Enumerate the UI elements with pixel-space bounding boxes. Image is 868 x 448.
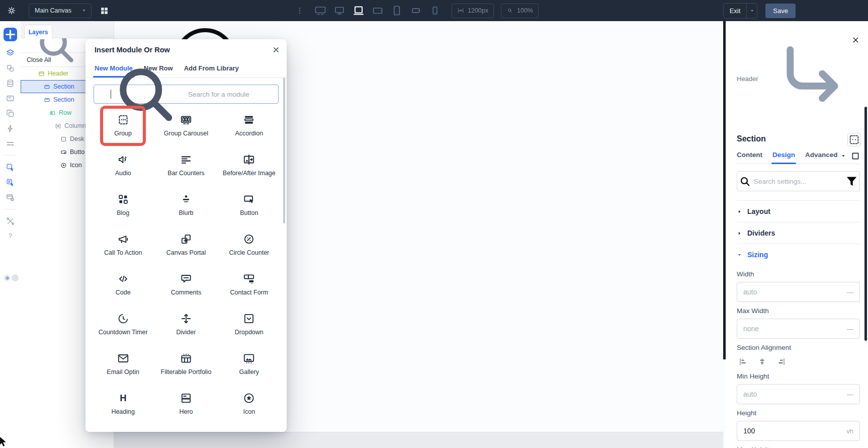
module-search-input[interactable] <box>94 85 279 104</box>
align-center-icon <box>757 357 767 366</box>
field-width: — <box>737 282 860 302</box>
module-blurb[interactable]: Blurb <box>154 187 217 227</box>
canvas-width-value: 1200px <box>468 7 488 14</box>
module-button[interactable]: Button <box>218 187 281 227</box>
module-dropdown[interactable]: Dropdown <box>218 307 281 346</box>
settings-tab-design[interactable]: Design <box>772 151 795 164</box>
device-phone[interactable] <box>427 5 443 17</box>
settings-tab-advanced[interactable]: Advanced <box>805 151 838 164</box>
device-desktop_xl[interactable] <box>313 5 328 17</box>
module-gallery[interactable]: Gallery <box>218 346 281 386</box>
add-new-button[interactable] <box>4 28 17 41</box>
settings-tab-content[interactable]: Content <box>737 151 762 164</box>
device-phone_l[interactable] <box>408 5 423 17</box>
kebab-menu-icon[interactable] <box>296 7 304 15</box>
module-accordion[interactable]: Accordion <box>218 108 281 147</box>
close_x-icon <box>272 46 280 54</box>
m_blog-icon <box>117 193 130 206</box>
layer-item-label: Header <box>48 70 68 77</box>
m_bar_counters-icon <box>180 153 193 166</box>
layer-item-label: Column <box>64 122 86 129</box>
module-comments[interactable]: Comments <box>154 267 217 307</box>
breadcrumb[interactable]: Header <box>737 29 860 128</box>
module-group[interactable]: Group <box>92 108 154 147</box>
module-hero[interactable]: Hero <box>154 386 217 426</box>
section-toggle-sizing[interactable]: Sizing <box>737 244 860 265</box>
search-icon <box>737 174 753 189</box>
rail-copy-button[interactable] <box>0 106 21 121</box>
module-label: Hero <box>179 408 193 415</box>
preview-square-icon[interactable] <box>851 152 860 161</box>
close-icon[interactable] <box>851 36 860 44</box>
field-height-input[interactable] <box>737 427 859 435</box>
chevron-down-icon[interactable] <box>840 153 846 159</box>
close-icon[interactable] <box>272 46 280 54</box>
field-max-width-input[interactable] <box>737 325 859 333</box>
builder-settings-gear-icon[interactable] <box>7 6 17 16</box>
canvas-selector-dropdown[interactable]: Main Canvas <box>29 4 92 18</box>
layer-item-label: Icon <box>70 162 82 169</box>
field-min-height-input[interactable] <box>737 390 859 398</box>
group-elements-button[interactable] <box>847 133 861 146</box>
section-label: Layout <box>747 207 770 215</box>
rail-bolt-button[interactable] <box>0 121 21 136</box>
module-blog[interactable]: Blog <box>92 187 154 227</box>
device-tablet[interactable] <box>389 5 404 17</box>
builder-mode-toggle[interactable] <box>4 274 19 281</box>
section-toggle-layout[interactable]: Layout <box>737 201 860 222</box>
module-contact-form[interactable]: Contact Form <box>218 267 281 307</box>
module-countdown-timer[interactable]: Countdown Timer <box>92 307 154 346</box>
module-divider[interactable]: Divider <box>154 307 217 346</box>
rail-database-button[interactable] <box>0 76 21 91</box>
rail-module_gear-button[interactable] <box>0 190 21 205</box>
rail-rows-button[interactable] <box>0 136 21 151</box>
exit-button[interactable]: Exit <box>723 3 758 19</box>
module-icon[interactable]: Icon <box>218 386 281 426</box>
device-laptop-active[interactable] <box>351 5 366 17</box>
module-group-carousel[interactable]: Group Carousel <box>154 108 217 147</box>
canvas-zoom-field[interactable]: 100% <box>501 4 539 18</box>
module-circle-counter[interactable]: Circle Counter <box>218 227 281 267</box>
settings-scrollbar[interactable] <box>864 107 867 341</box>
settings-search-field[interactable] <box>753 177 844 186</box>
module-bar-counters[interactable]: Bar Counters <box>154 147 217 187</box>
rail-select-button[interactable] <box>0 160 21 175</box>
rail-shapes-button[interactable] <box>0 60 21 76</box>
filter-funnel-icon[interactable] <box>844 174 859 189</box>
module-before-after-image[interactable]: Before/After Image <box>218 147 281 187</box>
layer-item-label: Section <box>53 83 74 90</box>
module-code[interactable]: Code <box>92 267 154 307</box>
align-right-button[interactable] <box>775 355 787 367</box>
modal-tab-add-from-library[interactable]: Add From Library <box>184 60 239 78</box>
module-audio[interactable]: Audio <box>92 147 154 187</box>
module-heading[interactable]: HHeading <box>92 386 154 426</box>
module-call-to-action[interactable]: Call To Action <box>92 227 154 267</box>
exit-caret-button[interactable] <box>747 8 757 14</box>
device-tablet_l[interactable] <box>370 5 385 17</box>
canvas-width-field[interactable]: 1200px <box>452 4 494 18</box>
modal-scrollbar[interactable] <box>283 78 285 223</box>
module-search-field[interactable] <box>187 90 278 99</box>
rail-layers-button[interactable] <box>0 45 21 60</box>
module-email-optin[interactable]: Email Optin <box>92 346 154 386</box>
close_x-icon <box>851 36 860 44</box>
module_gear-icon <box>6 193 15 202</box>
device-desktop[interactable] <box>332 5 347 17</box>
save-button[interactable]: Save <box>765 4 796 18</box>
module-filterable-portfolio[interactable]: Filterable Portfolio <box>154 346 217 386</box>
rail-select2-button[interactable] <box>0 175 21 190</box>
align-left-button[interactable] <box>737 355 749 367</box>
grid-view-icon[interactable] <box>100 6 109 16</box>
m_canvas_portal-icon <box>180 233 193 246</box>
module-label: Email Optin <box>107 368 139 376</box>
section-toggle-dividers[interactable]: Dividers <box>737 222 860 244</box>
rail-tools-button[interactable] <box>0 213 21 229</box>
settings-search-input[interactable] <box>737 171 860 191</box>
rail-help-button[interactable]: ? <box>0 229 21 244</box>
tab-layers[interactable]: Layers <box>24 25 52 39</box>
rail-card-button[interactable] <box>0 91 21 106</box>
align-center-button[interactable] <box>756 355 768 367</box>
m_divider-icon <box>180 312 193 325</box>
field-width-input[interactable] <box>737 288 859 296</box>
module-canvas-portal[interactable]: Canvas Portal <box>154 227 217 267</box>
